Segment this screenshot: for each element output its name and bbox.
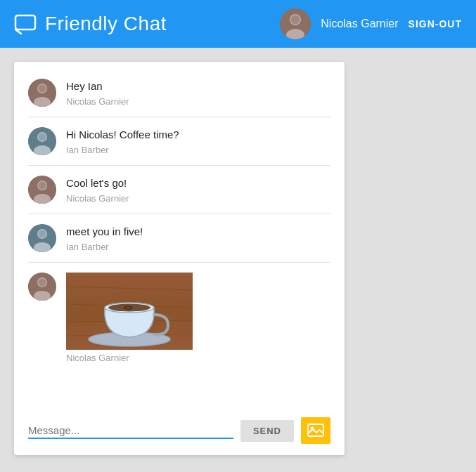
svg-point-25: [39, 279, 46, 287]
message-avatar: [28, 273, 56, 301]
message-text: Cool let's go!: [66, 176, 330, 190]
chat-card: Hey Ian Nicolas Garnier Hi Nicolas! Coff…: [14, 62, 345, 455]
message-sender: Nicolas Garnier: [66, 193, 330, 204]
message-item: Nicolas Garnier: [28, 263, 330, 373]
message-text: Hi Nicolas! Coffee time?: [66, 127, 330, 142]
user-name: Nicolas Garnier: [321, 18, 398, 30]
image-icon: [307, 424, 324, 438]
svg-rect-37: [308, 424, 323, 436]
svg-point-5: [291, 15, 300, 25]
message-content: meet you in five! Ian Barber: [66, 224, 330, 252]
app-header: Friendly Chat Nicolas Garnier SIGN-OUT: [0, 0, 476, 48]
message-text: meet you in five!: [66, 224, 330, 239]
message-item: Cool let's go! Nicolas Garnier: [28, 166, 330, 214]
send-button[interactable]: SEND: [240, 420, 294, 442]
user-avatar: [280, 8, 311, 39]
message-input-wrapper: [28, 423, 233, 439]
message-avatar: [28, 127, 56, 155]
message-content: Hey Ian Nicolas Garnier: [66, 79, 330, 107]
message-sender: Nicolas Garnier: [66, 353, 330, 363]
message-avatar: [28, 79, 56, 107]
message-input[interactable]: [28, 423, 233, 439]
app-title: Friendly Chat: [45, 13, 167, 35]
svg-point-13: [39, 133, 46, 141]
svg-point-21: [39, 230, 46, 238]
message-content: Cool let's go! Nicolas Garnier: [66, 176, 330, 204]
message-avatar: [28, 176, 56, 204]
input-row: SEND: [28, 417, 330, 444]
message-item: Hi Nicolas! Coffee time? Ian Barber: [28, 117, 330, 166]
messages-list: Hey Ian Nicolas Garnier Hi Nicolas! Coff…: [14, 62, 345, 407]
message-item: Hey Ian Nicolas Garnier: [28, 69, 330, 117]
message-text: Hey Ian: [66, 79, 330, 93]
svg-point-9: [39, 85, 46, 93]
message-content: Hi Nicolas! Coffee time? Ian Barber: [66, 127, 330, 155]
coffee-image: [66, 273, 193, 350]
svg-point-36: [108, 304, 150, 312]
chat-icon: [14, 13, 37, 35]
message-item: meet you in five! Ian Barber: [28, 214, 330, 263]
header-right: Nicolas Garnier SIGN-OUT: [280, 8, 462, 39]
image-upload-button[interactable]: [301, 417, 330, 444]
main-content: Hey Ian Nicolas Garnier Hi Nicolas! Coff…: [0, 48, 476, 472]
message-sender: Ian Barber: [66, 145, 330, 155]
svg-point-17: [39, 182, 46, 190]
sign-out-button[interactable]: SIGN-OUT: [409, 18, 462, 29]
message-sender: Ian Barber: [66, 242, 330, 252]
message-sender: Nicolas Garnier: [66, 96, 330, 107]
message-content: Nicolas Garnier: [66, 273, 330, 363]
svg-rect-0: [15, 15, 35, 29]
header-left: Friendly Chat: [14, 13, 167, 35]
input-area: SEND: [14, 407, 345, 455]
message-avatar: [28, 224, 56, 252]
